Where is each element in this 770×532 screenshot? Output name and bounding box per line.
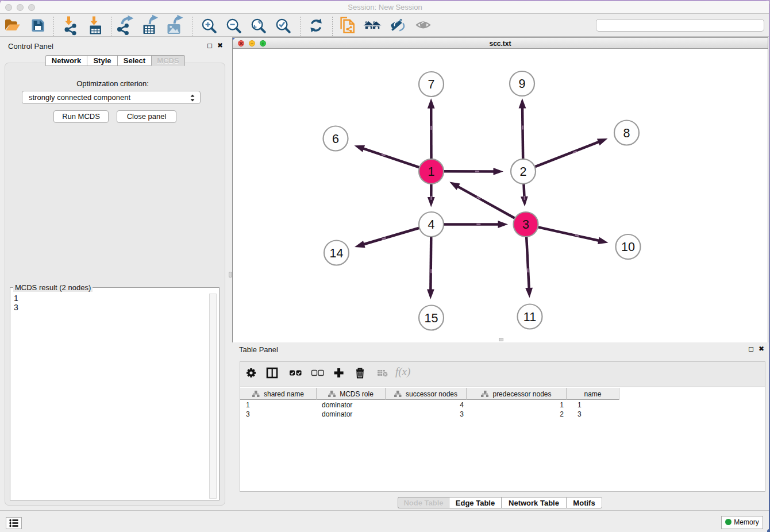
svg-text:3: 3 bbox=[522, 218, 529, 232]
svg-text:4: 4 bbox=[428, 218, 435, 232]
svg-text:6: 6 bbox=[332, 132, 339, 146]
svg-text:7: 7 bbox=[428, 78, 435, 91]
svg-text:1: 1 bbox=[428, 165, 435, 179]
svg-text:10: 10 bbox=[621, 240, 635, 254]
svg-text:15: 15 bbox=[425, 311, 438, 325]
svg-text:2: 2 bbox=[520, 165, 527, 179]
svg-text:11: 11 bbox=[523, 310, 536, 324]
svg-text:14: 14 bbox=[330, 246, 344, 260]
svg-text:8: 8 bbox=[623, 126, 630, 140]
svg-text:9: 9 bbox=[519, 77, 526, 91]
